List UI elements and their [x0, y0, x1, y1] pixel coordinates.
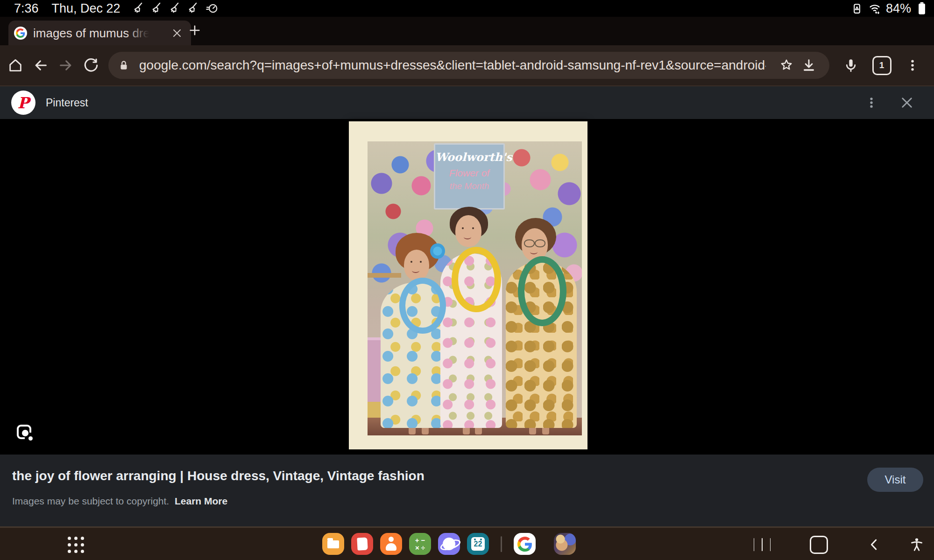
- battery-icon: [915, 1, 928, 15]
- home-nav-button[interactable]: [808, 534, 829, 555]
- image-title: the joy of flower arranging | House dres…: [12, 469, 425, 483]
- taskbar-apps: + − × ÷ 22: [322, 533, 576, 555]
- status-bar-right: 84%: [850, 1, 934, 16]
- download-icon[interactable]: [798, 54, 820, 77]
- android-taskbar: + − × ÷ 22: [0, 526, 934, 560]
- url-text: google.com/search?q=images+of+mumus+dres…: [139, 58, 766, 73]
- pinterest-logo-icon: P: [11, 91, 35, 115]
- new-tab-button[interactable]: [185, 21, 205, 40]
- browser-toolbar: google.com/search?q=images+of+mumus+dres…: [0, 45, 934, 85]
- status-bar: 7:36 Thu, Dec 22 84%: [0, 0, 934, 17]
- tab-count: 1: [879, 60, 884, 70]
- image-info-bar: the joy of flower arranging | House dres…: [0, 455, 934, 526]
- tab-title-fade: [127, 25, 149, 41]
- woolworths-sign: Woolworth's Flower of the Month: [434, 143, 505, 210]
- notes-app-icon[interactable]: [351, 533, 373, 555]
- broom-notification-icon: [150, 1, 164, 15]
- glasses: [524, 239, 546, 246]
- battery-percentage: 84%: [886, 1, 911, 16]
- note-page-icon: [357, 537, 368, 550]
- address-bar[interactable]: google.com/search?q=images+of+mumus+dres…: [108, 52, 829, 79]
- screen: 7:36 Thu, Dec 22 84% images of mumus dre: [0, 0, 934, 560]
- image-source-bar: P Pinterest: [0, 85, 934, 119]
- my-files-app-icon[interactable]: [322, 533, 344, 555]
- close-viewer-icon[interactable]: [898, 93, 916, 112]
- contacts-app-icon[interactable]: [380, 533, 402, 555]
- browser-menu-icon[interactable]: [900, 51, 925, 80]
- middle-woman-face: [455, 215, 481, 247]
- tab-title-wrap: images of mumus dresses: [33, 25, 149, 41]
- calendar-day: 22: [471, 537, 485, 551]
- timer-notification-icon: [205, 1, 219, 15]
- browser-tab[interactable]: images of mumus dresses: [8, 21, 191, 45]
- recents-nav-button[interactable]: [752, 534, 772, 555]
- google-lens-icon[interactable]: [17, 425, 34, 441]
- date: Thu, Dec 22: [52, 1, 120, 16]
- left-woman-lei: [399, 278, 446, 334]
- status-bar-left: 7:36 Thu, Dec 22: [0, 1, 219, 16]
- toolbar-right: 1: [829, 51, 934, 80]
- source-bar-actions: [862, 93, 934, 112]
- forward-button[interactable]: [53, 51, 78, 80]
- back-nav-button[interactable]: [864, 534, 884, 555]
- app-drawer-button[interactable]: [65, 534, 86, 555]
- sign-text: Woolworth's: [435, 150, 503, 164]
- samsung-internet-app-icon[interactable]: [438, 533, 460, 555]
- shelf: [368, 273, 401, 278]
- copyright-text: Images may be subject to copyright.: [12, 496, 169, 506]
- broom-notification-icon: [186, 1, 200, 15]
- source-site-label[interactable]: Pinterest: [46, 97, 88, 109]
- sign-text: Flower of: [435, 168, 503, 179]
- bookmark-star-icon[interactable]: [775, 54, 798, 77]
- home-button[interactable]: [3, 51, 28, 80]
- lock-icon: [118, 59, 130, 71]
- clock: 7:36: [14, 1, 39, 16]
- learn-more-link[interactable]: Learn More: [175, 496, 227, 506]
- copyright-notice: Images may be subject to copyright. Lear…: [12, 496, 227, 507]
- recent-app-thumbnail[interactable]: [554, 533, 576, 555]
- google-favicon-icon: [14, 27, 27, 40]
- middle-woman-lei: [452, 247, 501, 312]
- left-woman-face: [404, 250, 429, 280]
- calculator-app-icon[interactable]: + − × ÷: [409, 533, 431, 555]
- accessibility-nav-button[interactable]: [906, 534, 927, 555]
- photo-scene: Woolworth's Flower of the Month: [368, 141, 582, 435]
- right-woman-lei: [518, 256, 566, 326]
- image-viewer-content: Woolworth's Flower of the Month: [0, 119, 934, 455]
- notification-icons: [132, 1, 219, 15]
- tab-switcher-button[interactable]: 1: [872, 56, 892, 75]
- folder-icon: [327, 540, 339, 548]
- refresh-button[interactable]: [78, 51, 104, 80]
- calendar-app-icon[interactable]: 22: [467, 533, 489, 555]
- google-app-icon[interactable]: [514, 533, 536, 555]
- blue-hair-flower: [430, 243, 445, 259]
- wifi-icon: [868, 1, 882, 15]
- taskbar-divider: [501, 536, 502, 552]
- back-button[interactable]: [28, 51, 53, 80]
- visit-button[interactable]: Visit: [867, 468, 923, 492]
- tab-strip: images of mumus dresses: [0, 17, 934, 45]
- result-photo[interactable]: Woolworth's Flower of the Month: [349, 121, 587, 449]
- battery-saver-icon: [850, 2, 863, 15]
- tab-close-icon[interactable]: [169, 25, 185, 42]
- source-menu-icon[interactable]: [862, 93, 881, 112]
- sign-text: the Month: [435, 181, 503, 191]
- broom-notification-icon: [132, 1, 146, 15]
- voice-search-icon[interactable]: [838, 51, 863, 80]
- broom-notification-icon: [168, 1, 182, 15]
